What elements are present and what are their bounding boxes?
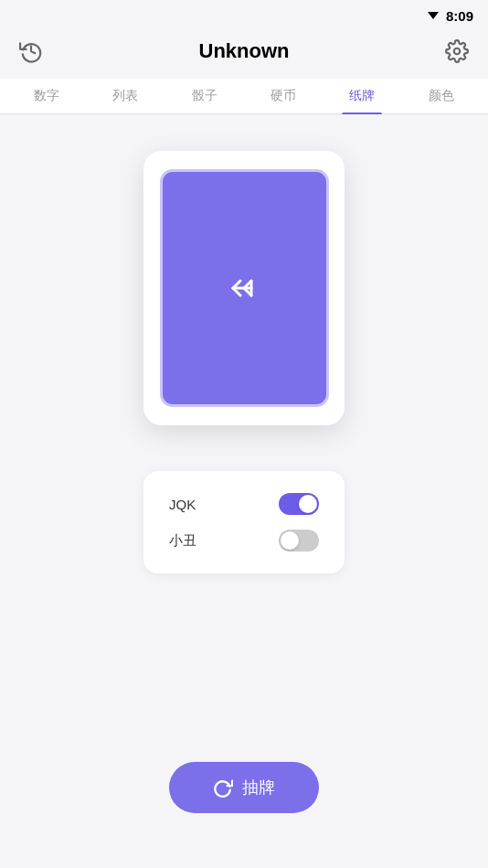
tab-dice[interactable]: 骰子	[185, 79, 225, 113]
svg-point-1	[454, 48, 461, 55]
refresh-icon	[213, 777, 233, 798]
card-logo	[217, 261, 271, 316]
options-panel: JQK 小丑	[143, 471, 345, 573]
joker-toggle-knob	[281, 531, 299, 550]
status-time: 8:09	[446, 8, 473, 24]
jqk-toggle[interactable]	[279, 493, 319, 515]
history-button[interactable]	[15, 35, 48, 68]
tab-list[interactable]: 列表	[105, 79, 145, 113]
card-container	[143, 151, 345, 425]
draw-button[interactable]: 抽牌	[169, 762, 319, 813]
page-title: Unknown	[199, 39, 290, 63]
tab-bar: 数字 列表 骰子 硬币 纸牌 颜色	[0, 79, 488, 114]
jqk-label: JQK	[169, 497, 196, 512]
joker-label: 小丑	[169, 532, 196, 550]
status-bar: 8:09	[0, 0, 488, 27]
tab-color[interactable]: 颜色	[421, 79, 461, 113]
tab-card[interactable]: 纸牌	[342, 79, 382, 113]
tab-number[interactable]: 数字	[27, 79, 67, 113]
main-content: JQK 小丑	[0, 114, 488, 647]
joker-option-row: 小丑	[169, 522, 319, 559]
jqk-option-row: JQK	[169, 486, 319, 522]
joker-toggle[interactable]	[279, 530, 319, 552]
wifi-icon	[426, 7, 440, 24]
jqk-toggle-knob	[299, 495, 317, 513]
draw-button-label: 抽牌	[242, 777, 275, 798]
app-header: Unknown	[0, 27, 488, 79]
playing-card	[160, 169, 329, 407]
tab-coin[interactable]: 硬币	[263, 79, 303, 113]
svg-marker-0	[428, 12, 439, 19]
settings-button[interactable]	[440, 35, 473, 68]
